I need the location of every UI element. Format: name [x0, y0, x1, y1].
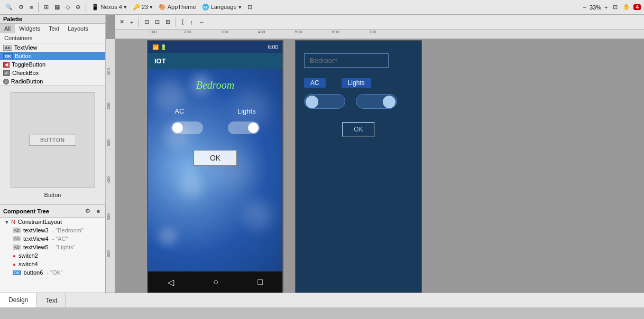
phone-app-title: IOT	[154, 57, 166, 65]
bokeh-8	[159, 227, 177, 246]
ruler-v-100: 100	[106, 68, 111, 75]
category-all[interactable]: All	[0, 24, 15, 33]
palette-title: Palette	[3, 16, 22, 22]
canvas-center-btn[interactable]: ↔	[197, 18, 207, 26]
zoom-level: 33%	[590, 4, 601, 11]
view-list-btn[interactable]: ▦	[52, 3, 62, 12]
canvas-align-btn[interactable]: ⊟	[142, 17, 151, 26]
phone-nav-bar: ◁ ○ □	[148, 271, 282, 293]
tree-sort-btn[interactable]: ≡	[95, 207, 102, 215]
phone-mockup: 📶 🔋 6:00 IOT	[147, 40, 287, 293]
recents-icon[interactable]: □	[257, 277, 263, 287]
palette-panel: Palette All Widgets Text Layouts Contain…	[0, 15, 106, 204]
palette-search-btn[interactable]: 🔍	[3, 3, 15, 12]
dp-ok-button[interactable]: OK	[342, 122, 374, 137]
tree-constraint-layout[interactable]: ▼ N ConstraintLayout	[0, 218, 105, 226]
tree-switch2[interactable]: ● switch2	[0, 251, 105, 260]
zoom-fit-btn[interactable]: ⊡	[611, 3, 620, 12]
textview-icon: Ab	[3, 45, 12, 51]
view-mode-btn[interactable]: ◇	[63, 3, 72, 12]
textview5-icon: Ab	[13, 245, 21, 250]
textview4-icon: Ab	[13, 236, 21, 241]
bokeh-6	[180, 174, 204, 198]
textview4-label: textView4	[23, 236, 49, 242]
dp-switch-lights-knob	[383, 96, 395, 108]
switch-lights[interactable]	[228, 121, 260, 134]
canvas-h-align-btn[interactable]: ⟦	[179, 17, 186, 26]
theme-selector[interactable]: 🎨 AppTheme	[157, 3, 198, 12]
tree-switch4[interactable]: ● switch4	[0, 260, 105, 268]
canvas-add-btn[interactable]: +	[128, 18, 135, 26]
tree-textview4[interactable]: Ab textView4 - "AC"	[0, 234, 105, 243]
widget-textview[interactable]: Ab TextView	[0, 43, 105, 52]
radiobutton-label: RadioButton	[11, 78, 43, 85]
back-icon[interactable]: ◁	[168, 277, 174, 287]
ruler-top: 100 200 300 400 500 600 700	[115, 30, 644, 39]
category-layouts[interactable]: Layouts	[63, 24, 93, 33]
tree-button6[interactable]: OK button6 - "OK"	[0, 268, 105, 277]
view-extra-btn[interactable]: ⊕	[73, 3, 82, 12]
checkbox-icon: ✓	[3, 70, 10, 76]
component-tree-title: Component Tree	[3, 208, 49, 214]
api-label: 23	[142, 4, 148, 10]
tree-textview3[interactable]: Ab textView3 - "Bedroom"	[0, 226, 105, 234]
widget-togglebutton[interactable]: ◀ ToggleButton	[0, 60, 105, 69]
switch2-dot: ●	[13, 253, 16, 259]
dp-lights-label: Lights	[342, 78, 371, 88]
palette-widget-list: Ab TextView OK Button ◀ ToggleButton ✓ C…	[0, 43, 105, 86]
tree-gear-btn[interactable]: ⚙	[83, 207, 93, 215]
textview3-icon: Ab	[13, 228, 21, 233]
ruler-mark-300: 300	[221, 30, 228, 34]
textview5-value: - "Lights"	[52, 244, 76, 250]
canvas-delete-btn[interactable]: ✕	[117, 17, 126, 26]
dp-switches-row	[304, 94, 413, 109]
tab-design[interactable]: Design	[0, 293, 37, 307]
device-selector[interactable]: 📱 Nexus 4 ▾	[89, 3, 128, 12]
canvas-v-align-btn[interactable]: ↕	[188, 18, 195, 26]
togglebutton-icon: ◀	[3, 62, 10, 68]
category-containers[interactable]: Containers	[0, 33, 36, 43]
canvas-distribute-btn[interactable]: ⊡	[153, 17, 162, 26]
phone-ok-button[interactable]: OK	[194, 150, 237, 166]
palette-sort-btn[interactable]: ≡	[27, 3, 35, 12]
notification-badge: 4	[633, 4, 641, 10]
widget-checkbox[interactable]: ✓ CheckBox	[0, 69, 105, 77]
palette-gear-btn[interactable]: ⚙	[16, 3, 26, 12]
switch4-dot: ●	[13, 261, 16, 267]
bedroom-title: Bedroom	[148, 69, 282, 91]
ruler-left: 100 200 300 400 500 600	[106, 39, 115, 293]
category-widgets[interactable]: Widgets	[15, 24, 44, 33]
togglebutton-label: ToggleButton	[12, 61, 45, 68]
preview-button: BUTTON	[29, 135, 76, 146]
switch-ac[interactable]	[171, 121, 203, 134]
dp-switch-ac[interactable]	[304, 94, 345, 109]
widget-preview: BUTTON	[11, 92, 95, 187]
textview5-label: textView5	[23, 244, 49, 250]
widget-radiobutton[interactable]: ○ RadioButton	[0, 77, 105, 86]
canvas-margins-btn[interactable]: ⊞	[163, 17, 172, 26]
dp-switch-lights[interactable]	[356, 94, 397, 109]
tree-textview5[interactable]: Ab textView5 - "Lights"	[0, 243, 105, 251]
lights-label: Lights	[237, 107, 256, 115]
home-icon[interactable]: ○	[213, 277, 218, 287]
ruler-v-600: 600	[106, 250, 111, 257]
theme-label: AppTheme	[168, 4, 196, 10]
category-text[interactable]: Text	[44, 24, 63, 33]
layout-btn[interactable]: ⊡	[245, 3, 254, 12]
zoom-out-btn[interactable]: −	[581, 3, 588, 12]
palette-header: Palette	[0, 15, 105, 24]
button-label: Button	[15, 53, 32, 59]
tab-text[interactable]: Text	[37, 293, 66, 307]
phone-title-bar: IOT	[148, 53, 282, 69]
language-label: Language	[211, 4, 237, 10]
api-selector[interactable]: 🔑 23 ▾	[131, 3, 155, 12]
zoom-in-btn[interactable]: +	[602, 3, 610, 12]
pan-btn[interactable]: ✋	[621, 3, 632, 12]
language-selector[interactable]: 🌐 Language ▾	[200, 3, 244, 12]
bedroom-input[interactable]	[304, 53, 389, 68]
view-grid-btn[interactable]: ⊞	[42, 3, 51, 12]
component-tree: Component Tree ⚙ ≡ ▼ N ConstraintLayout …	[0, 204, 105, 293]
main-container: Palette All Widgets Text Layouts Contain…	[0, 15, 644, 293]
textview-label: TextView	[14, 44, 38, 51]
widget-button[interactable]: OK Button	[0, 52, 105, 60]
